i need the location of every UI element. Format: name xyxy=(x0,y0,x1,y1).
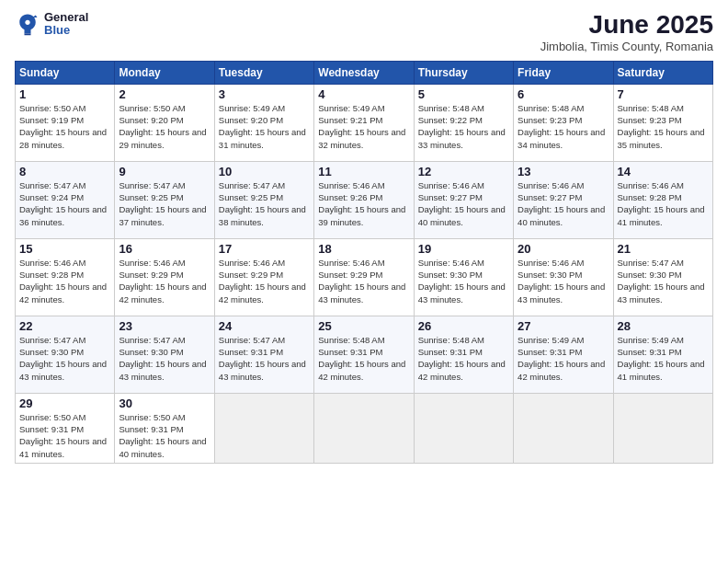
calendar-day-6: 6Sunrise: 5:48 AMSunset: 9:23 PMDaylight… xyxy=(514,84,613,161)
calendar-day-22: 22Sunrise: 5:47 AMSunset: 9:30 PMDayligh… xyxy=(16,316,115,393)
calendar-day-11: 11Sunrise: 5:46 AMSunset: 9:26 PMDayligh… xyxy=(314,161,414,238)
day-info: Sunrise: 5:49 AMSunset: 9:31 PMDaylight:… xyxy=(618,335,705,382)
day-info: Sunrise: 5:46 AMSunset: 9:28 PMDaylight:… xyxy=(618,180,705,227)
title-area: June 2025 Jimbolia, Timis County, Romani… xyxy=(540,11,713,53)
day-number: 12 xyxy=(418,165,509,178)
calendar-day-8: 8Sunrise: 5:47 AMSunset: 9:24 PMDaylight… xyxy=(16,161,115,238)
calendar-day-4: 4Sunrise: 5:49 AMSunset: 9:21 PMDaylight… xyxy=(314,84,414,161)
day-info: Sunrise: 5:48 AMSunset: 9:22 PMDaylight:… xyxy=(418,103,506,150)
day-number: 17 xyxy=(219,242,310,256)
day-number: 16 xyxy=(119,242,210,256)
calendar-day-7: 7Sunrise: 5:48 AMSunset: 9:23 PMDaylight… xyxy=(613,84,712,161)
day-number: 3 xyxy=(219,87,310,101)
day-info: Sunrise: 5:46 AMSunset: 9:26 PMDaylight:… xyxy=(318,180,405,227)
weekday-header-saturday: Saturday xyxy=(613,61,712,84)
calendar-day-25: 25Sunrise: 5:48 AMSunset: 9:31 PMDayligh… xyxy=(314,316,414,393)
day-number: 24 xyxy=(219,319,310,333)
calendar-day-20: 20Sunrise: 5:46 AMSunset: 9:30 PMDayligh… xyxy=(514,238,613,316)
day-number: 23 xyxy=(119,319,210,333)
day-number: 14 xyxy=(618,165,709,178)
weekday-header-row: SundayMondayTuesdayWednesdayThursdayFrid… xyxy=(16,61,713,84)
calendar-day-30: 30Sunrise: 5:50 AMSunset: 9:31 PMDayligh… xyxy=(115,393,214,463)
day-info: Sunrise: 5:50 AMSunset: 9:31 PMDaylight:… xyxy=(19,412,107,459)
day-number: 10 xyxy=(219,165,310,178)
day-info: Sunrise: 5:47 AMSunset: 9:31 PMDaylight:… xyxy=(219,335,306,382)
day-number: 28 xyxy=(618,319,709,333)
day-number: 18 xyxy=(318,242,409,256)
calendar-day-15: 15Sunrise: 5:46 AMSunset: 9:28 PMDayligh… xyxy=(16,238,115,316)
day-info: Sunrise: 5:49 AMSunset: 9:31 PMDaylight:… xyxy=(518,335,605,382)
day-number: 25 xyxy=(318,319,409,333)
empty-cell xyxy=(613,393,712,463)
day-info: Sunrise: 5:47 AMSunset: 9:25 PMDaylight:… xyxy=(219,180,306,227)
day-number: 27 xyxy=(518,319,609,333)
logo: General Blue xyxy=(15,11,88,38)
calendar-day-26: 26Sunrise: 5:48 AMSunset: 9:31 PMDayligh… xyxy=(414,316,513,393)
calendar-day-29: 29Sunrise: 5:50 AMSunset: 9:31 PMDayligh… xyxy=(16,393,115,463)
calendar-day-24: 24Sunrise: 5:47 AMSunset: 9:31 PMDayligh… xyxy=(214,316,313,393)
calendar-table: SundayMondayTuesdayWednesdayThursdayFrid… xyxy=(15,61,713,464)
day-number: 4 xyxy=(318,87,409,101)
weekday-header-wednesday: Wednesday xyxy=(314,61,414,84)
day-number: 19 xyxy=(418,242,509,256)
weekday-header-sunday: Sunday xyxy=(16,61,115,84)
day-info: Sunrise: 5:47 AMSunset: 9:30 PMDaylight:… xyxy=(618,258,705,304)
weekday-header-friday: Friday xyxy=(514,61,613,84)
calendar-week-2: 8Sunrise: 5:47 AMSunset: 9:24 PMDaylight… xyxy=(16,161,713,238)
day-number: 15 xyxy=(19,242,110,256)
calendar-day-13: 13Sunrise: 5:46 AMSunset: 9:27 PMDayligh… xyxy=(514,161,613,238)
day-info: Sunrise: 5:46 AMSunset: 9:29 PMDaylight:… xyxy=(318,258,405,304)
day-info: Sunrise: 5:46 AMSunset: 9:27 PMDaylight:… xyxy=(518,180,605,227)
calendar-day-17: 17Sunrise: 5:46 AMSunset: 9:29 PMDayligh… xyxy=(214,238,313,316)
empty-cell xyxy=(414,393,513,463)
calendar-day-27: 27Sunrise: 5:49 AMSunset: 9:31 PMDayligh… xyxy=(514,316,613,393)
calendar-week-3: 15Sunrise: 5:46 AMSunset: 9:28 PMDayligh… xyxy=(16,238,713,316)
day-info: Sunrise: 5:47 AMSunset: 9:25 PMDaylight:… xyxy=(119,180,206,227)
calendar-day-14: 14Sunrise: 5:46 AMSunset: 9:28 PMDayligh… xyxy=(613,161,712,238)
weekday-header-monday: Monday xyxy=(115,61,214,84)
day-info: Sunrise: 5:48 AMSunset: 9:23 PMDaylight:… xyxy=(518,103,605,150)
day-info: Sunrise: 5:47 AMSunset: 9:30 PMDaylight:… xyxy=(119,335,206,382)
calendar-day-23: 23Sunrise: 5:47 AMSunset: 9:30 PMDayligh… xyxy=(115,316,214,393)
day-info: Sunrise: 5:46 AMSunset: 9:28 PMDaylight:… xyxy=(19,258,107,304)
day-number: 9 xyxy=(119,165,210,178)
month-title: June 2025 xyxy=(540,11,713,40)
day-info: Sunrise: 5:48 AMSunset: 9:23 PMDaylight:… xyxy=(618,103,705,150)
calendar-day-9: 9Sunrise: 5:47 AMSunset: 9:25 PMDaylight… xyxy=(115,161,214,238)
calendar-day-10: 10Sunrise: 5:47 AMSunset: 9:25 PMDayligh… xyxy=(214,161,313,238)
calendar-day-1: 1Sunrise: 5:50 AMSunset: 9:19 PMDaylight… xyxy=(16,84,115,161)
day-number: 22 xyxy=(19,319,110,333)
day-info: Sunrise: 5:46 AMSunset: 9:29 PMDaylight:… xyxy=(219,258,306,304)
calendar-day-18: 18Sunrise: 5:46 AMSunset: 9:29 PMDayligh… xyxy=(314,238,414,316)
calendar-week-4: 22Sunrise: 5:47 AMSunset: 9:30 PMDayligh… xyxy=(16,316,713,393)
day-number: 21 xyxy=(618,242,709,256)
calendar-day-2: 2Sunrise: 5:50 AMSunset: 9:20 PMDaylight… xyxy=(115,84,214,161)
calendar-day-16: 16Sunrise: 5:46 AMSunset: 9:29 PMDayligh… xyxy=(115,238,214,316)
day-info: Sunrise: 5:48 AMSunset: 9:31 PMDaylight:… xyxy=(418,335,506,382)
day-info: Sunrise: 5:47 AMSunset: 9:30 PMDaylight:… xyxy=(19,335,107,382)
day-info: Sunrise: 5:49 AMSunset: 9:20 PMDaylight:… xyxy=(219,103,306,150)
empty-cell xyxy=(514,393,613,463)
day-info: Sunrise: 5:50 AMSunset: 9:31 PMDaylight:… xyxy=(119,412,206,459)
logo-blue-text: Blue xyxy=(44,24,88,37)
day-number: 5 xyxy=(418,87,509,101)
day-number: 6 xyxy=(518,87,609,101)
logo-general-text: General xyxy=(44,11,88,24)
day-info: Sunrise: 5:46 AMSunset: 9:30 PMDaylight:… xyxy=(518,258,605,304)
header: General Blue June 2025 Jimbolia, Timis C… xyxy=(15,11,713,53)
logo-text: General Blue xyxy=(44,11,88,38)
calendar-day-21: 21Sunrise: 5:47 AMSunset: 9:30 PMDayligh… xyxy=(613,238,712,316)
day-info: Sunrise: 5:47 AMSunset: 9:24 PMDaylight:… xyxy=(19,180,107,227)
calendar-week-1: 1Sunrise: 5:50 AMSunset: 9:19 PMDaylight… xyxy=(16,84,713,161)
calendar-day-28: 28Sunrise: 5:49 AMSunset: 9:31 PMDayligh… xyxy=(613,316,712,393)
calendar-day-3: 3Sunrise: 5:49 AMSunset: 9:20 PMDaylight… xyxy=(214,84,313,161)
page: General Blue June 2025 Jimbolia, Timis C… xyxy=(0,0,728,563)
day-number: 2 xyxy=(119,87,210,101)
day-info: Sunrise: 5:50 AMSunset: 9:20 PMDaylight:… xyxy=(119,103,206,150)
calendar-week-5: 29Sunrise: 5:50 AMSunset: 9:31 PMDayligh… xyxy=(16,393,713,463)
empty-cell xyxy=(314,393,414,463)
calendar-day-19: 19Sunrise: 5:46 AMSunset: 9:30 PMDayligh… xyxy=(414,238,513,316)
weekday-header-tuesday: Tuesday xyxy=(214,61,313,84)
day-number: 20 xyxy=(518,242,609,256)
day-number: 7 xyxy=(618,87,709,101)
